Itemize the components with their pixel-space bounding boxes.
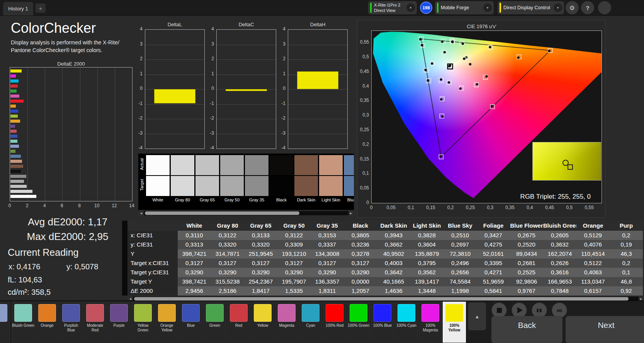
- continuous-measure-button[interactable]: ∞: [552, 302, 567, 318]
- table-cell: 251,9545: [244, 249, 277, 259]
- table-header-cell: White: [178, 221, 211, 231]
- source-dropdown[interactable]: Mobile Forge ▼: [435, 1, 494, 14]
- pattern-swatch-100-blue[interactable]: 100% Blue: [371, 302, 394, 343]
- deltae-bar: [10, 155, 21, 158]
- deltae-bar: [10, 175, 26, 178]
- table-cell: 398,7421: [178, 277, 211, 286]
- axis-tick-label: 0,45: [357, 69, 369, 74]
- meter-dropdown[interactable]: X-Rite i1Pro 2 Direct View ▼: [368, 1, 417, 14]
- back-button[interactable]: Back: [491, 316, 562, 343]
- scroll-right-arrow[interactable]: ▶: [348, 211, 353, 216]
- grid-line: [145, 45, 204, 45]
- color-chip: [278, 304, 296, 322]
- table-cell: 193,1210: [277, 249, 311, 259]
- pattern-swatch-bluish-green[interactable]: Bluish Green: [12, 302, 35, 343]
- table-cell: 0,3427: [477, 231, 510, 240]
- tab-history-1[interactable]: History 1: [3, 2, 33, 15]
- stop-icon: [497, 308, 502, 313]
- axis-tick-label: 0,55: [584, 205, 595, 210]
- pattern-swatch-100-magenta[interactable]: 100% Magenta: [419, 302, 442, 343]
- pattern-swatch-100-red[interactable]: 100% Red: [323, 302, 346, 343]
- pattern-scroll-up-button[interactable]: ▲: [468, 302, 486, 330]
- measured-marker-orange: [489, 46, 491, 48]
- pattern-swatch-red[interactable]: Red: [227, 302, 250, 343]
- patch-strip-scrollbar[interactable]: ◀ ▶: [138, 211, 354, 216]
- grid-line: [288, 104, 347, 105]
- pattern-bar: ▲ ▮▮ ∞ Back Next Bluish GreenOrangePurpl…: [0, 301, 644, 343]
- measured-marker-red: [517, 56, 519, 59]
- deltae-bar: [10, 95, 19, 98]
- table-cell: 0,3616: [543, 268, 576, 277]
- grid-line: [115, 68, 115, 201]
- table-cell: 0,3122: [277, 231, 311, 240]
- color-chip: [134, 304, 152, 322]
- table-cell: 0,3309: [277, 240, 311, 249]
- color-chip: [445, 304, 463, 322]
- pattern-swatch-orange-yellow[interactable]: Orange Yellow: [155, 302, 178, 343]
- play-button[interactable]: [511, 302, 527, 318]
- more-button[interactable]: [598, 1, 611, 14]
- axis-tick-label: 0,1: [357, 171, 369, 176]
- measured-marker-purplish-blue: [440, 98, 442, 100]
- table-row-label: Target Y: [127, 277, 178, 286]
- table-cell: 0,3632: [543, 240, 576, 249]
- pattern-swatch-yellow-green[interactable]: Yellow Green: [131, 302, 155, 343]
- table-row-label: y: CIE31: [127, 240, 178, 249]
- measured-marker-green-100: [419, 38, 421, 41]
- table-cell: 0,6157: [576, 286, 610, 296]
- display-control-dropdown[interactable]: Direct Display Control ▼: [498, 1, 564, 14]
- pattern-swatch-yellow[interactable]: Yellow: [251, 302, 274, 343]
- settings-button[interactable]: ⚙: [566, 1, 579, 14]
- axis-tick-label: 0,05: [357, 185, 369, 191]
- table-cell: 0,3127: [344, 259, 377, 268]
- add-tab-button[interactable]: +: [36, 3, 46, 13]
- grid-line: [217, 104, 276, 105]
- axis-tick-label: 0,3: [357, 112, 369, 118]
- table-cell: 0,3127: [211, 259, 244, 268]
- pattern-swatch-cyan[interactable]: Cyan: [299, 302, 322, 343]
- table-cell: 162,2074: [543, 249, 576, 259]
- table-cell: 0,3795: [410, 259, 443, 268]
- scrollbar-thumb[interactable]: [145, 211, 299, 215]
- pattern-swatch-moderate-red[interactable]: Moderate Red: [83, 302, 107, 343]
- deltae-bar: [10, 79, 19, 83]
- color-chip: [0, 304, 7, 322]
- grid-line: [288, 45, 347, 45]
- table-cell: 2,5186: [211, 286, 244, 296]
- pattern-swatch-blue[interactable]: Blue: [179, 302, 202, 343]
- actual-patch: [270, 155, 293, 175]
- pattern-swatch-100-cyan[interactable]: 100% Cyan: [395, 302, 418, 343]
- pattern-swatch-100-green[interactable]: 100% Green: [347, 302, 370, 343]
- measured-marker-moderate-red: [485, 75, 488, 78]
- axis-tick-label: 3: [278, 41, 285, 47]
- table-header-cell: Gray 50: [277, 221, 311, 231]
- pattern-swatch-magenta[interactable]: Magenta: [275, 302, 298, 343]
- meter-status-bar: [370, 3, 372, 13]
- actual-patch: [294, 155, 318, 175]
- pause-button[interactable]: ▮▮: [532, 302, 547, 318]
- pattern-swatch-green[interactable]: Green: [203, 302, 226, 343]
- table-cell: 0,3236: [344, 240, 377, 249]
- pattern-swatch-purple[interactable]: Purple: [107, 302, 131, 343]
- next-button[interactable]: Next: [566, 316, 644, 343]
- deltaL-chart-title: DeltaL: [145, 22, 205, 27]
- deltae-bar: [10, 90, 17, 93]
- axis-tick-label: 4: [135, 26, 143, 32]
- color-chip: [14, 304, 32, 322]
- color-chip: [421, 304, 439, 322]
- scroll-left-arrow[interactable]: ◀: [139, 211, 144, 216]
- stop-button[interactable]: [491, 302, 507, 318]
- pattern-swatch-purplish-blue[interactable]: Purplish Blue: [59, 302, 83, 343]
- table-cell: 0,2: [610, 231, 643, 240]
- help-button[interactable]: ?: [581, 1, 594, 14]
- pattern-swatch-orange[interactable]: Orange: [36, 302, 59, 343]
- axis-tick-label: -1: [135, 101, 143, 106]
- deltae-bar: [10, 150, 15, 153]
- patch-label: Light Skin: [319, 198, 343, 202]
- grid-line: [217, 45, 276, 45]
- axis-tick-label: 0,25: [465, 205, 476, 210]
- scrollbar-thumb[interactable]: [134, 297, 629, 301]
- swatch-partial[interactable]: [0, 302, 10, 343]
- color-chip: [182, 304, 200, 322]
- pattern-swatch-100-yellow[interactable]: 100% Yellow: [443, 302, 466, 343]
